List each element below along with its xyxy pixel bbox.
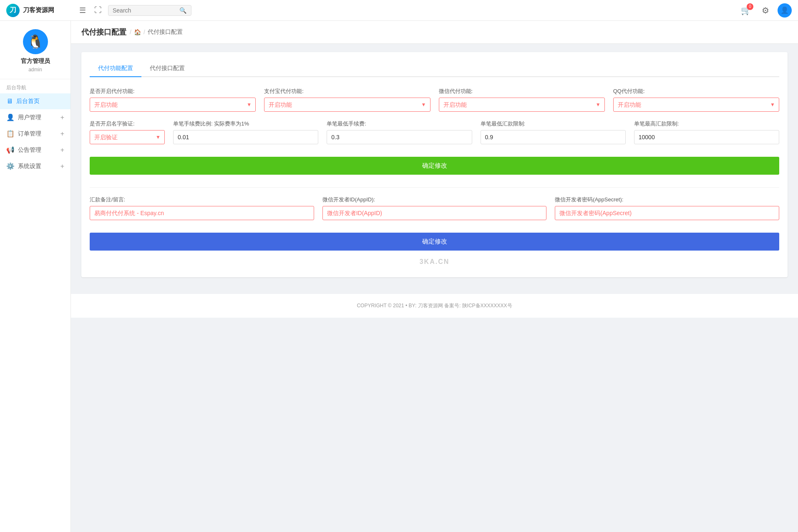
wechat-payment-label: 微信代付功能: [439,88,605,95]
settings-button[interactable]: ⚙ [760,3,771,18]
name-verify-group: 是否开启名字验证: 开启验证 关闭验证 ▼ [90,120,165,144]
wechat-payment-group: 微信代付功能: 开启功能 关闭功能 ▼ [439,88,605,112]
sidebar-label-announcements: 公告管理 [18,146,41,154]
tabs: 代付功能配置 代付接口配置 [90,60,779,77]
qq-payment-select[interactable]: 开启功能 关闭功能 [613,98,779,112]
profile-role: admin [6,67,64,73]
logo: 刀 刀客资源网 [6,4,77,17]
footer-text: COPYRIGHT © 2021 • BY: 刀客资源网 备案号: 陕ICP备X… [357,303,512,309]
min-fee-input[interactable] [327,130,472,144]
sidebar-label-settings: 系统设置 [18,163,41,170]
header-right: 🛒 0 ⚙ 👤 [739,3,792,18]
alipay-payment-select[interactable]: 开启功能 关闭功能 [264,98,430,112]
sidebar-profile: 🐧 官方管理员 admin [0,21,70,79]
footer: COPYRIGHT © 2021 • BY: 刀客资源网 备案号: 陕ICP备X… [71,294,798,318]
expand-button[interactable]: ⛶ [92,4,104,17]
divider [90,187,779,188]
sidebar-item-settings[interactable]: ⚙️ 系统设置 + [0,158,70,174]
fee-rate-label: 单笔手续费比例: 实际费率为1% [173,120,318,128]
payment-notes-row: 汇款备注/留言: 微信开发者ID(AppID): 微信开发者密码(AppSecr… [90,196,779,220]
min-fee-group: 单笔最低手续费: [327,120,472,144]
wechat-appid-input[interactable] [322,206,547,220]
feature-toggles-row: 是否开启代付功能: 开启功能 关闭功能 ▼ 支付宝代付功能: 开启功能 [90,88,779,112]
search-bar: 🔍 [108,5,191,16]
wechat-payment-select-wrapper: 开启功能 关闭功能 ▼ [439,98,605,112]
alipay-payment-label: 支付宝代付功能: [264,88,430,95]
enable-payment-label: 是否开启代付功能: [90,88,256,95]
page-title: 代付接口配置 [81,27,126,37]
breadcrumb: / 🏠 / 代付接口配置 [130,28,183,36]
users-expand-icon: + [60,114,64,121]
breadcrumb-current: 代付接口配置 [148,28,183,36]
header-actions: ☰ ⛶ 🔍 [77,4,191,17]
page-header: 代付接口配置 / 🏠 / 代付接口配置 [71,21,798,44]
wechat-appsecret-input[interactable] [555,206,779,220]
profile-avatar: 🐧 [23,29,48,54]
wechat-payment-select[interactable]: 开启功能 关闭功能 [439,98,605,112]
confirm-green-button[interactable]: 确定修改 [90,157,779,175]
avatar-button[interactable]: 👤 [778,3,792,18]
header: 刀 刀客资源网 ☰ ⛶ 🔍 🛒 0 ⚙ 👤 [0,0,798,21]
min-fee-label: 单笔最低手续费: [327,120,472,128]
max-remit-group: 单笔最高汇款限制: [634,120,779,144]
content-area: 代付功能配置 代付接口配置 是否开启代付功能: 开启功能 关闭功能 ▼ [71,44,798,286]
min-remit-group: 单笔最低汇款限制: [481,120,626,144]
wechat-appid-group: 微信开发者ID(AppID): [322,196,547,220]
sidebar: 🐧 官方管理员 admin 后台导航 🖥 后台首页 👤 用户管理 + 📋 订单管… [0,0,71,532]
wechat-appsecret-group: 微信开发者密码(AppSecret): [555,196,779,220]
sidebar-label-home: 后台首页 [16,98,40,105]
enable-payment-select-wrapper: 开启功能 关闭功能 ▼ [90,98,256,112]
orders-expand-icon: + [60,130,64,138]
enable-payment-select[interactable]: 开启功能 关闭功能 [90,98,256,112]
nav-title: 后台导航 [0,79,70,93]
sidebar-item-users[interactable]: 👤 用户管理 + [0,109,70,125]
wechat-appid-label: 微信开发者ID(AppID): [322,196,547,203]
sidebar-label-users: 用户管理 [18,114,41,121]
fees-row: 是否开启名字验证: 开启验证 关闭验证 ▼ 单笔手续费比例: 实际费率为1% [90,120,779,144]
payment-note-label: 汇款备注/留言: [90,196,314,203]
notification-button[interactable]: 🛒 0 [739,3,753,18]
max-remit-label: 单笔最高汇款限制: [634,120,779,128]
orders-icon: 📋 [6,130,15,138]
name-verify-select-wrapper: 开启验证 关闭验证 ▼ [90,130,165,144]
main-content: 代付接口配置 / 🏠 / 代付接口配置 代付功能配置 代付接口配置 [71,0,798,532]
announcements-expand-icon: + [60,146,64,154]
wechat-appsecret-label: 微信开发者密码(AppSecret): [555,196,779,203]
sidebar-label-orders: 订单管理 [18,130,41,138]
search-input[interactable] [113,7,179,14]
payment-note-group: 汇款备注/留言: [90,196,314,220]
qq-payment-select-wrapper: 开启功能 关闭功能 ▼ [613,98,779,112]
alipay-payment-group: 支付宝代付功能: 开启功能 关闭功能 ▼ [264,88,430,112]
profile-name: 官方管理员 [6,58,64,65]
breadcrumb-home-icon: 🏠 [134,29,141,35]
confirm-blue-button[interactable]: 确定修改 [90,233,779,251]
sidebar-item-home[interactable]: 🖥 后台首页 [0,93,70,109]
tab-interface-config[interactable]: 代付接口配置 [141,60,193,77]
max-remit-input[interactable] [634,130,779,144]
qq-payment-label: QQ代付功能: [613,88,779,95]
enable-payment-group: 是否开启代付功能: 开启功能 关闭功能 ▼ [90,88,256,112]
min-remit-label: 单笔最低汇款限制: [481,120,626,128]
hamburger-button[interactable]: ☰ [77,4,88,17]
logo-text: 刀客资源网 [23,6,54,14]
settings-expand-icon: + [60,163,64,170]
tab-function-config[interactable]: 代付功能配置 [90,60,141,77]
logo-icon: 刀 [6,4,20,17]
announcements-icon: 📢 [6,146,15,154]
payment-note-input[interactable] [90,206,314,220]
min-remit-input[interactable] [481,130,626,144]
alipay-payment-select-wrapper: 开启功能 关闭功能 ▼ [264,98,430,112]
home-icon: 🖥 [6,98,13,105]
fee-rate-input[interactable] [173,130,318,144]
settings-icon: ⚙️ [6,162,15,170]
notification-badge: 0 [747,3,753,10]
search-icon: 🔍 [179,7,186,14]
fee-rate-group: 单笔手续费比例: 实际费率为1% [173,120,318,144]
watermark: 3KA.CN [90,255,779,269]
name-verify-label: 是否开启名字验证: [90,120,165,128]
name-verify-select[interactable]: 开启验证 关闭验证 [90,130,165,144]
sidebar-item-orders[interactable]: 📋 订单管理 + [0,125,70,142]
sidebar-item-announcements[interactable]: 📢 公告管理 + [0,142,70,158]
main-card: 代付功能配置 代付接口配置 是否开启代付功能: 开启功能 关闭功能 ▼ [81,52,788,277]
qq-payment-group: QQ代付功能: 开启功能 关闭功能 ▼ [613,88,779,112]
